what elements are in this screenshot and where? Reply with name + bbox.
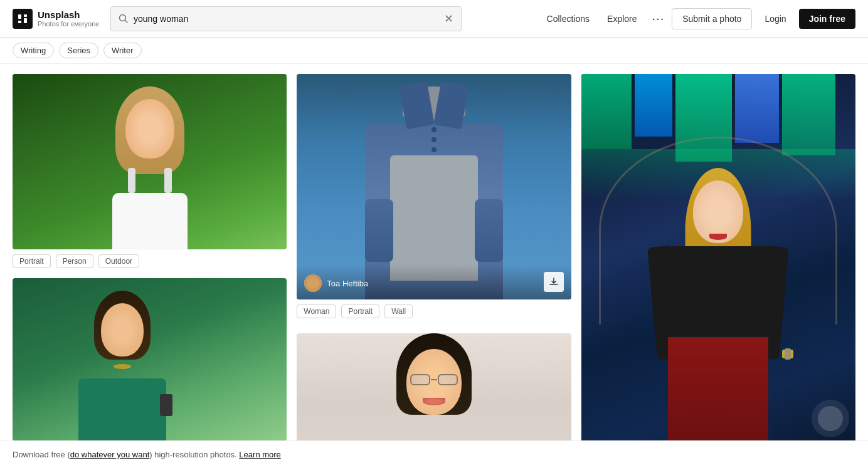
logo[interactable]: Unsplash Photos for everyone <box>13 9 100 29</box>
nav-more-icon[interactable]: ··· <box>647 6 670 31</box>
header: Unsplash Photos for everyone ✕ Collectio… <box>0 0 868 38</box>
photographer-avatar <box>304 274 322 292</box>
photo-column-1: Portrait Person Outdoor <box>13 74 287 441</box>
main-content: Portrait Person Outdoor <box>0 64 868 468</box>
svg-rect-2 <box>18 21 21 23</box>
tags-bar: Writing Series Writer <box>0 38 868 64</box>
bottom-bar: Download free (do whatever you want) hig… <box>0 440 868 468</box>
logo-text: Unsplash Photos for everyone <box>38 9 99 28</box>
download-button-denim[interactable] <box>544 272 564 292</box>
photo-card[interactable]: Portrait Person Outdoor <box>13 74 287 273</box>
svg-rect-3 <box>24 14 27 17</box>
photo-card-colorful[interactable] <box>581 74 855 450</box>
logo-name: Unsplash <box>38 9 99 20</box>
login-button[interactable]: Login <box>754 9 796 29</box>
search-bar: ✕ <box>110 6 462 31</box>
svg-line-5 <box>125 20 128 23</box>
tag-chip-writer[interactable]: Writer <box>103 43 141 58</box>
tag-outdoor[interactable]: Outdoor <box>98 254 139 268</box>
tag-portrait[interactable]: Portrait <box>13 254 51 268</box>
nav-explore[interactable]: Explore <box>600 9 644 29</box>
photo-card-2[interactable] <box>13 283 287 441</box>
bottom-text-prefix: Download free ( <box>13 450 70 459</box>
tag-portrait-2[interactable]: Portrait <box>341 304 379 318</box>
tag-chip-writing[interactable]: Writing <box>13 43 54 58</box>
tag-woman[interactable]: Woman <box>297 304 336 318</box>
photo-grid: Portrait Person Outdoor <box>13 74 855 468</box>
nav-area: Collections Explore ··· Submit a photo L… <box>539 6 855 31</box>
photographer-name: Toa Heftiba <box>327 279 368 288</box>
join-free-button[interactable]: Join free <box>799 9 855 29</box>
photo-tags-1: Portrait Person Outdoor <box>13 249 287 273</box>
tag-chip-series[interactable]: Series <box>59 43 98 58</box>
logo-tagline: Photos for everyone <box>38 20 99 28</box>
photo-card-denim[interactable]: Toa Heftiba Woman Portrait Wall <box>297 74 571 323</box>
search-input[interactable] <box>134 14 444 24</box>
photo-column-3 <box>581 74 855 450</box>
nav-collections[interactable]: Collections <box>539 9 597 29</box>
submit-photo-button[interactable]: Submit a photo <box>672 8 752 29</box>
svg-rect-1 <box>24 18 27 23</box>
tag-person[interactable]: Person <box>56 254 93 268</box>
search-clear-icon[interactable]: ✕ <box>444 12 453 26</box>
photographer-info: Toa Heftiba <box>304 274 368 292</box>
logo-icon <box>13 9 33 29</box>
bottom-text-middle: ) high-resolution photos. <box>149 450 236 459</box>
svg-rect-0 <box>18 14 21 19</box>
photo-column-2: Toa Heftiba Woman Portrait Wall <box>297 74 571 468</box>
photo-tags-denim: Woman Portrait Wall <box>297 299 571 323</box>
search-icon <box>119 14 129 24</box>
photo-overlay-denim: Toa Heftiba <box>297 264 571 299</box>
tag-wall[interactable]: Wall <box>384 304 413 318</box>
learn-more-link[interactable]: Learn more <box>239 450 280 459</box>
do-whatever-link[interactable]: do whatever you want <box>70 450 149 459</box>
